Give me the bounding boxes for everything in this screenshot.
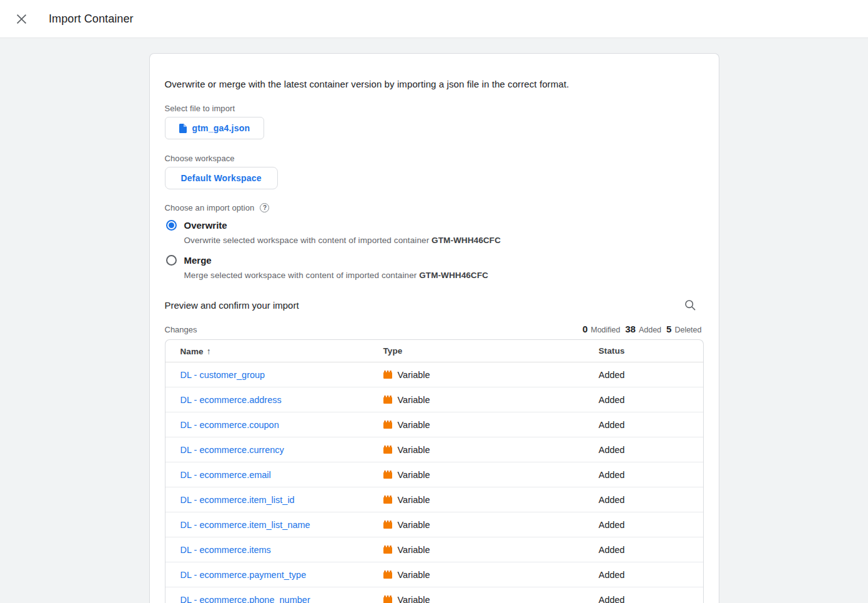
row-type-label: Variable [398, 545, 430, 555]
close-icon [16, 14, 27, 24]
variable-brick-icon [383, 596, 392, 603]
row-status: Added [599, 420, 625, 430]
row-name-link[interactable]: DL - ecommerce.payment_type [180, 570, 307, 580]
import-option-overwrite[interactable]: Overwrite Overwrite selected workspace w… [165, 220, 704, 245]
modified-count: 0 [583, 324, 588, 334]
row-name-link[interactable]: DL - customer_group [180, 370, 265, 380]
row-type-label: Variable [398, 445, 430, 455]
row-type-label: Variable [398, 495, 430, 505]
row-name-link[interactable]: DL - ecommerce.items [180, 545, 271, 555]
preview-header: Preview and confirm your import [165, 296, 704, 314]
row-type-label: Variable [398, 520, 430, 530]
modified-label: Modified [591, 326, 620, 334]
changes-summary: 0 Modified 38 Added 5 Deleted [583, 324, 704, 334]
page-body: Overwrite or merge with the latest conta… [0, 38, 868, 603]
import-option-label: Choose an import option [165, 203, 255, 212]
import-option-merge[interactable]: Merge Merge selected workspace with cont… [165, 255, 704, 280]
merge-radio-button[interactable] [166, 255, 177, 266]
deleted-count: 5 [666, 324, 671, 334]
import-option-label-row: Choose an import option ? [165, 203, 704, 212]
row-name-link[interactable]: DL - ecommerce.currency [180, 445, 284, 455]
row-status: Added [599, 520, 625, 530]
variable-brick-icon [383, 521, 392, 529]
workspace-button[interactable]: Default Workspace [165, 167, 278, 189]
merge-radio-label: Merge [184, 255, 212, 266]
search-button[interactable] [681, 296, 699, 314]
sort-ascending-icon: ↑ [207, 346, 211, 356]
added-count: 38 [625, 324, 636, 334]
variable-brick-icon [383, 446, 392, 454]
row-status: Added [599, 570, 625, 580]
workspace-section-label: Choose workspace [165, 154, 704, 163]
selected-file-label: gtm_ga4.json [192, 123, 250, 133]
help-icon[interactable]: ? [260, 203, 269, 212]
column-header-name[interactable]: Name↑ [165, 346, 383, 356]
row-type-label: Variable [398, 570, 430, 580]
overwrite-radio-label: Overwrite [184, 220, 227, 231]
changes-table: Name↑ Type Status DL - customer_group Va… [165, 339, 704, 603]
column-header-type: Type [383, 346, 599, 356]
row-status: Added [599, 370, 625, 380]
page-title: Import Container [49, 12, 134, 26]
changes-table-header: Name↑ Type Status [165, 340, 703, 362]
row-status: Added [599, 595, 625, 603]
changes-row: Changes 0 Modified 38 Added 5 Deleted [165, 324, 704, 334]
container-id: GTM-WHH46CFC [432, 236, 501, 245]
variable-brick-icon [383, 371, 392, 379]
table-row: DL - ecommerce.email Variable Added [165, 462, 703, 487]
file-section-label: Select file to import [165, 104, 704, 113]
merge-description: Merge selected workspace with content of… [184, 271, 704, 280]
row-status: Added [599, 495, 625, 505]
column-header-status: Status [599, 346, 703, 356]
row-status: Added [599, 445, 625, 455]
changes-table-body: DL - customer_group Variable Added DL - … [165, 362, 703, 603]
row-name-link[interactable]: DL - ecommerce.item_list_id [180, 495, 295, 505]
table-row: DL - ecommerce.phone_number Variable Add… [165, 587, 703, 603]
row-name-link[interactable]: DL - ecommerce.address [180, 395, 282, 405]
table-row: DL - ecommerce.coupon Variable Added [165, 412, 703, 437]
file-icon [179, 124, 187, 133]
row-name-link[interactable]: DL - ecommerce.email [180, 470, 271, 480]
topbar: Import Container [0, 0, 868, 38]
preview-heading: Preview and confirm your import [165, 300, 299, 311]
row-name-link[interactable]: DL - ecommerce.coupon [180, 420, 279, 430]
close-button[interactable] [10, 7, 32, 30]
row-status: Added [599, 470, 625, 480]
table-row: DL - customer_group Variable Added [165, 362, 703, 387]
container-id: GTM-WHH46CFC [419, 271, 488, 280]
row-type-label: Variable [398, 395, 430, 405]
added-label: Added [639, 326, 661, 334]
import-card: Overwrite or merge with the latest conta… [149, 53, 719, 603]
table-row: DL - ecommerce.items Variable Added [165, 537, 703, 562]
row-type-label: Variable [398, 595, 430, 603]
variable-brick-icon [383, 571, 392, 579]
row-type-label: Variable [398, 470, 430, 480]
variable-brick-icon [383, 496, 392, 504]
intro-text: Overwrite or merge with the latest conta… [165, 79, 704, 89]
changes-label: Changes [165, 325, 197, 334]
row-type-label: Variable [398, 370, 430, 380]
row-status: Added [599, 545, 625, 555]
row-name-link[interactable]: DL - ecommerce.phone_number [180, 595, 310, 603]
table-row: DL - ecommerce.item_list_name Variable A… [165, 512, 703, 537]
variable-brick-icon [383, 421, 392, 429]
variable-brick-icon [383, 396, 392, 404]
table-row: DL - ecommerce.payment_type Variable Add… [165, 562, 703, 587]
variable-brick-icon [383, 471, 392, 479]
table-row: DL - ecommerce.item_list_id Variable Add… [165, 487, 703, 512]
overwrite-description: Overwrite selected workspace with conten… [184, 236, 704, 245]
row-type-label: Variable [398, 420, 430, 430]
row-status: Added [599, 395, 625, 405]
table-row: DL - ecommerce.address Variable Added [165, 387, 703, 412]
row-name-link[interactable]: DL - ecommerce.item_list_name [180, 520, 310, 530]
table-row: DL - ecommerce.currency Variable Added [165, 437, 703, 462]
deleted-label: Deleted [674, 326, 701, 334]
variable-brick-icon [383, 546, 392, 554]
overwrite-radio-button[interactable] [166, 220, 177, 231]
selected-file-button[interactable]: gtm_ga4.json [165, 117, 265, 139]
workspace-button-label: Default Workspace [181, 173, 262, 183]
search-icon [684, 299, 696, 311]
